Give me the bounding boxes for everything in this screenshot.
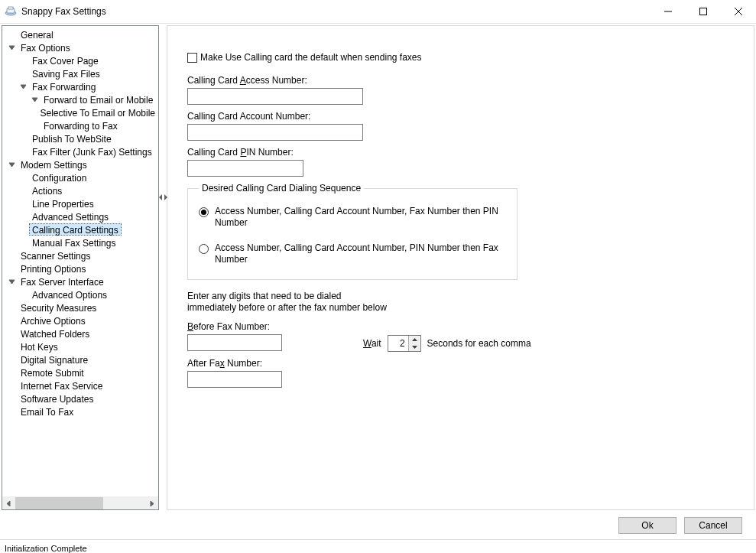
- pin-number-input[interactable]: [187, 160, 303, 177]
- cancel-button[interactable]: Cancel: [684, 517, 742, 534]
- tree-item-scanner-settings[interactable]: Scanner Settings: [2, 249, 158, 262]
- tree-item-fwd-to-fax[interactable]: Forwarding to Fax: [2, 119, 158, 132]
- svg-marker-9: [32, 98, 37, 102]
- ok-button[interactable]: Ok: [618, 517, 677, 534]
- tree-item-ifax[interactable]: Internet Fax Service: [2, 379, 158, 392]
- before-fax-label: Before Fax Number:: [187, 321, 282, 332]
- svg-marker-12: [7, 501, 10, 506]
- after-fax-input[interactable]: [187, 371, 282, 388]
- tree-item-label: Fax Filter (Junk Fax) Settings: [29, 145, 155, 158]
- tree-item-actions[interactable]: Actions: [2, 184, 158, 197]
- svg-marker-14: [412, 338, 417, 341]
- tree-item-manual-fax[interactable]: Manual Fax Settings: [2, 236, 158, 249]
- collapse-icon[interactable]: [7, 277, 16, 286]
- tree-connector-icon: [18, 225, 28, 234]
- maximize-button[interactable]: [686, 0, 721, 23]
- sequence-radio-1[interactable]: [199, 207, 209, 217]
- tree-item-remote-submit[interactable]: Remote Submit: [2, 366, 158, 379]
- splitter[interactable]: [159, 24, 167, 512]
- nav-tree[interactable]: GeneralFax OptionsFax Cover PageSaving F…: [2, 26, 158, 496]
- tree-item-fax-forwarding[interactable]: Fax Forwarding: [2, 80, 158, 93]
- tree-item-fwd-email-mob[interactable]: Forward to Email or Mobile: [2, 93, 158, 106]
- scroll-right-button[interactable]: [145, 497, 158, 509]
- tree-item-label: Saving Fax Files: [29, 67, 103, 80]
- scroll-track[interactable]: [15, 497, 145, 509]
- tree-item-label: Calling Card Settings: [29, 223, 122, 236]
- tree-item-sel-email[interactable]: Selective To Email or Mobile: [2, 106, 158, 119]
- tree-connector-icon: [18, 212, 28, 221]
- tree-connector-icon: [18, 56, 28, 65]
- button-bar: Ok Cancel: [0, 512, 756, 539]
- close-button[interactable]: [721, 0, 756, 23]
- make-default-checkbox[interactable]: [187, 53, 197, 63]
- tree-item-printing-options[interactable]: Printing Options: [2, 262, 158, 275]
- tree-item-watched[interactable]: Watched Folders: [2, 327, 158, 340]
- tree-item-label: Security Measures: [18, 301, 99, 314]
- scroll-thumb[interactable]: [15, 497, 103, 509]
- tree-connector-icon: [18, 173, 28, 182]
- wait-seconds-spinner[interactable]: [388, 335, 421, 352]
- status-bar: Initialization Complete: [0, 539, 756, 553]
- svg-marker-15: [412, 346, 417, 349]
- sequence-radio-2-label: Access Number, Calling Card Account Numb…: [215, 242, 505, 265]
- before-fax-input[interactable]: [187, 334, 282, 351]
- tree-item-fax-cover-page[interactable]: Fax Cover Page: [2, 54, 158, 67]
- spin-down-button[interactable]: [409, 343, 420, 351]
- status-text: Initialization Complete: [5, 544, 87, 553]
- after-fax-label: After Fax Number:: [187, 358, 738, 369]
- tree-item-fax-server[interactable]: Fax Server Interface: [2, 275, 158, 288]
- wait-seconds-input[interactable]: [388, 336, 408, 351]
- tree-item-archive[interactable]: Archive Options: [2, 314, 158, 327]
- tree-item-calling-card[interactable]: Calling Card Settings: [2, 223, 158, 236]
- tree-connector-icon: [7, 303, 16, 312]
- tree-horizontal-scrollbar[interactable]: [2, 496, 158, 509]
- sequence-radio-2[interactable]: [199, 244, 209, 254]
- tree-item-updates[interactable]: Software Updates: [2, 392, 158, 405]
- minimize-button[interactable]: [651, 0, 686, 23]
- collapse-icon[interactable]: [7, 160, 16, 169]
- tree-connector-icon: [18, 134, 28, 143]
- tree-connector-icon: [18, 147, 28, 156]
- tree-item-hotkeys[interactable]: Hot Keys: [2, 340, 158, 353]
- scroll-left-button[interactable]: [2, 497, 15, 509]
- tree-item-modem-settings[interactable]: Modem Settings: [2, 158, 158, 171]
- tree-item-label: Actions: [29, 184, 65, 197]
- tree-item-dsig[interactable]: Digital Signature: [2, 353, 158, 366]
- tree-connector-icon: [7, 355, 16, 364]
- tree-item-label: General: [18, 28, 57, 41]
- splitter-grip-icon: [161, 192, 164, 207]
- tree-item-fax-options[interactable]: Fax Options: [2, 41, 158, 54]
- tree-connector-icon: [18, 69, 28, 78]
- tree-item-line-properties[interactable]: Line Properties: [2, 197, 158, 210]
- tree-connector-icon: [7, 394, 16, 403]
- tree-item-email-to-fax[interactable]: Email To Fax: [2, 405, 158, 418]
- window-title: Snappy Fax Settings: [21, 6, 106, 17]
- collapse-icon[interactable]: [30, 95, 39, 104]
- access-number-label: Calling Card Access Number:: [187, 75, 738, 86]
- access-number-input[interactable]: [187, 88, 363, 105]
- tree-connector-icon: [7, 264, 16, 273]
- account-number-input[interactable]: [187, 124, 363, 141]
- tree-item-configuration[interactable]: Configuration: [2, 171, 158, 184]
- tree-item-saving-fax-files[interactable]: Saving Fax Files: [2, 67, 158, 80]
- tree-item-security[interactable]: Security Measures: [2, 301, 158, 314]
- svg-rect-4: [700, 8, 707, 15]
- svg-marker-8: [21, 85, 26, 89]
- tree-item-general[interactable]: General: [2, 28, 158, 41]
- tree-item-label: Hot Keys: [18, 340, 61, 353]
- tree-item-fax-filter[interactable]: Fax Filter (Junk Fax) Settings: [2, 145, 158, 158]
- tree-connector-icon: [18, 290, 28, 299]
- tree-item-label: Forwarding to Fax: [41, 119, 121, 132]
- spin-up-button[interactable]: [409, 336, 420, 343]
- tree-item-advanced-settings[interactable]: Advanced Settings: [2, 210, 158, 223]
- tree-item-publish-website[interactable]: Publish To WebSite: [2, 132, 158, 145]
- tree-item-label: Configuration: [29, 171, 89, 184]
- tree-item-label: Publish To WebSite: [29, 132, 115, 145]
- tree-item-label: Forward to Email or Mobile: [41, 93, 156, 106]
- collapse-icon[interactable]: [18, 82, 28, 91]
- tree-connector-icon: [7, 407, 16, 416]
- pin-number-label: Calling Card PIN Number:: [187, 147, 738, 158]
- tree-item-fs-adv[interactable]: Advanced Options: [2, 288, 158, 301]
- collapse-icon[interactable]: [7, 43, 16, 52]
- account-number-label: Calling Card Account Number:: [187, 111, 738, 122]
